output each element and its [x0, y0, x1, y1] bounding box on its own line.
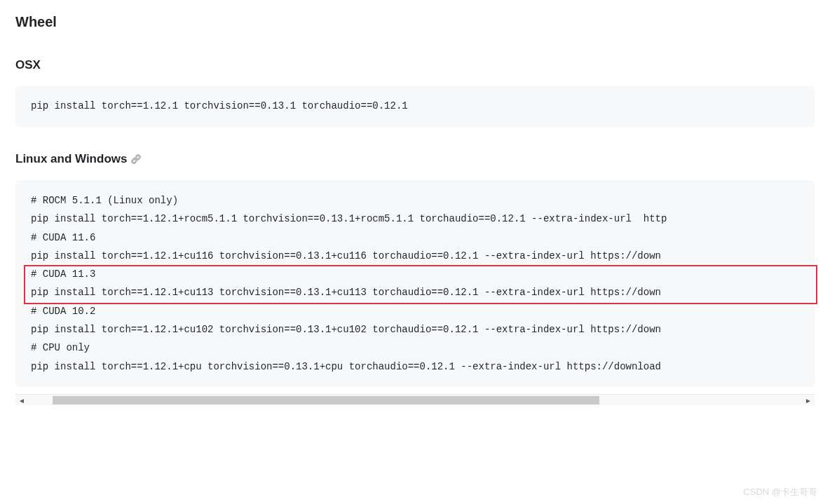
- linux-windows-heading-text: Linux and Windows: [15, 152, 127, 166]
- link-icon[interactable]: [131, 154, 141, 164]
- wheel-heading: Wheel: [15, 14, 815, 30]
- scroll-left-arrow-icon[interactable]: ◄: [15, 395, 28, 407]
- osx-heading-text: OSX: [15, 58, 41, 72]
- horizontal-scrollbar[interactable]: ◄ ►: [15, 394, 815, 406]
- linux-windows-code-wrapper: # ROCM 5.1.1 (Linux only) pip install to…: [15, 180, 815, 387]
- osx-code-block[interactable]: pip install torch==1.12.1 torchvision==0…: [15, 86, 815, 127]
- osx-heading: OSX: [15, 58, 815, 72]
- scrollbar-thumb[interactable]: [53, 396, 599, 404]
- linux-windows-code-block[interactable]: # ROCM 5.1.1 (Linux only) pip install to…: [15, 180, 815, 387]
- scroll-right-arrow-icon[interactable]: ►: [802, 395, 815, 407]
- linux-windows-heading: Linux and Windows: [15, 152, 815, 166]
